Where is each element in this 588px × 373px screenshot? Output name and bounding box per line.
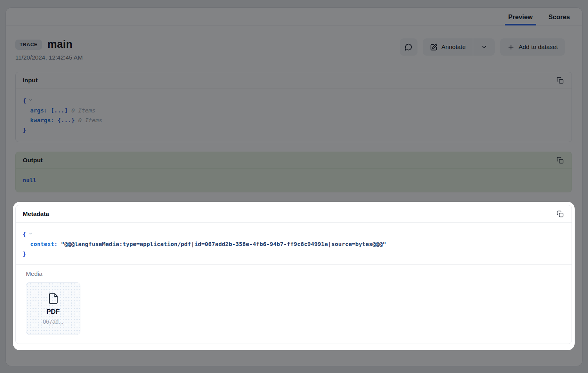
copy-icon — [557, 210, 564, 217]
tabbar: Preview Scores — [6, 8, 582, 25]
input-panel: Input { args: [...]0 Items kwargs: {...}… — [15, 72, 572, 142]
media-pdf-tile[interactable]: PDF 067ad... — [26, 282, 80, 335]
chevron-down-icon[interactable] — [28, 229, 33, 239]
output-panel-header: Output — [16, 152, 572, 169]
copy-icon — [557, 77, 564, 84]
metadata-panel: Metadata { context: "@@@langfuseMedia:ty… — [15, 205, 572, 344]
json-close-brace: } — [23, 127, 26, 133]
json-items-note: 0 Items — [71, 107, 95, 114]
chevron-down-icon[interactable] — [28, 96, 33, 105]
annotate-label: Annotate — [441, 43, 466, 51]
input-panel-header: Input — [16, 72, 572, 89]
media-file-type: PDF — [47, 308, 60, 316]
json-open-brace: { — [23, 231, 26, 237]
comment-icon — [405, 43, 412, 51]
copy-metadata-button[interactable] — [554, 208, 566, 220]
json-close-brace: } — [23, 251, 26, 257]
input-json-viewer: { args: [...]0 Items kwargs: {...}0 Item… — [16, 89, 572, 142]
input-panel-title: Input — [23, 77, 38, 84]
tab-scores[interactable]: Scores — [545, 13, 573, 25]
media-section: Media PDF 067ad... — [16, 264, 572, 344]
json-collapsed-value: {...} — [58, 117, 75, 123]
file-icon — [47, 293, 59, 305]
square-pen-icon — [430, 43, 437, 51]
copy-input-button[interactable] — [554, 74, 566, 86]
json-string-value: "@@@langfuseMedia:type=application/pdf|i… — [61, 241, 386, 247]
trace-detail-card: Preview Scores TRACE main 11/20/2024, 12… — [5, 7, 583, 366]
page-background: Preview Scores TRACE main 11/20/2024, 12… — [0, 0, 588, 373]
plus-icon — [507, 43, 515, 51]
tab-preview[interactable]: Preview — [505, 13, 536, 25]
json-key: args: — [30, 107, 47, 114]
trace-identity: TRACE main 11/20/2024, 12:42:45 AM — [15, 38, 83, 61]
page-title: main — [47, 38, 73, 51]
json-items-note: 0 Items — [78, 117, 102, 123]
output-panel-title: Output — [23, 157, 43, 164]
annotate-dropdown-button[interactable] — [473, 38, 495, 56]
metadata-json-viewer: { context: "@@@langfuseMedia:type=applic… — [16, 223, 572, 259]
json-collapsed-value: [...] — [51, 107, 68, 114]
chevron-down-icon — [481, 44, 487, 50]
output-panel: Output null — [15, 152, 572, 192]
add-to-dataset-button[interactable]: Add to dataset — [500, 38, 565, 56]
json-key: kwargs: — [30, 117, 54, 123]
trace-content: TRACE main 11/20/2024, 12:42:45 AM — [6, 25, 582, 344]
copy-output-button[interactable] — [554, 154, 566, 166]
trace-type-badge: TRACE — [15, 40, 42, 50]
copy-icon — [557, 157, 564, 164]
metadata-panel-title: Metadata — [23, 210, 49, 217]
output-null-value: null — [23, 177, 36, 183]
media-section-label: Media — [26, 270, 561, 277]
add-to-dataset-label: Add to dataset — [519, 43, 558, 51]
metadata-panel-header: Metadata — [16, 205, 572, 223]
trace-actions: Annotate Add to dataset — [400, 38, 565, 56]
json-open-brace: { — [23, 98, 26, 104]
annotate-split-button: Annotate — [423, 38, 495, 56]
json-key: context: — [30, 241, 58, 247]
trace-header: TRACE main 11/20/2024, 12:42:45 AM — [15, 38, 572, 61]
output-json-viewer: null — [16, 169, 572, 192]
annotate-button[interactable]: Annotate — [423, 38, 473, 56]
comment-button[interactable] — [400, 38, 417, 56]
media-file-id: 067ad... — [43, 319, 63, 325]
trace-timestamp: 11/20/2024, 12:42:45 AM — [15, 54, 83, 61]
